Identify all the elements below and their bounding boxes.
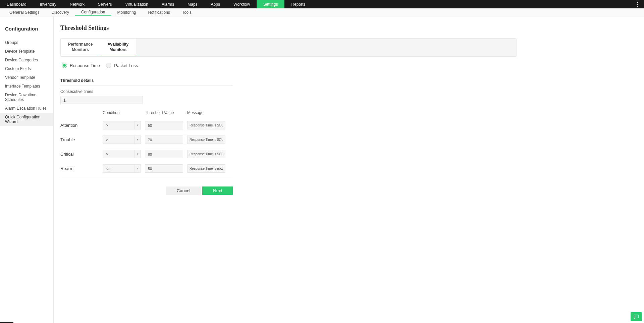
sub-nav-item-tools[interactable]: Tools (176, 8, 198, 16)
sidebar-item-alarm-escalation-rules[interactable]: Alarm Escalation Rules (0, 104, 53, 113)
top-nav-item-maps[interactable]: Maps (181, 0, 204, 8)
radio-packet-loss[interactable]: Packet Loss (106, 63, 138, 68)
condition-select[interactable]: >▼ (103, 121, 141, 129)
threshold-value-input[interactable] (145, 136, 183, 144)
tab-performance-monitors[interactable]: PerformanceMonitors (61, 39, 100, 56)
svg-rect-0 (634, 315, 639, 318)
radio-circle-icon (62, 63, 67, 68)
header-condition: Condition (103, 110, 145, 115)
top-nav-item-apps[interactable]: Apps (204, 0, 227, 8)
condition-value: <= (103, 166, 135, 171)
message-input[interactable] (187, 136, 225, 144)
condition-value: > (103, 123, 135, 128)
sub-nav-item-discovery[interactable]: Discovery (45, 8, 75, 16)
sidebar-item-quick-configuration-wizard[interactable]: Quick Configuration Wizard (0, 113, 53, 126)
chat-icon (633, 314, 639, 320)
top-nav-item-virtualization[interactable]: Virtualization (118, 0, 155, 8)
section-title: Threshold details (60, 78, 233, 86)
page-title: Threshold Settings (60, 24, 517, 32)
header-message: Message (187, 110, 233, 115)
threshold-row-rearm: Rearm<=▼ (60, 164, 233, 173)
sidebar-item-device-categories[interactable]: Device Categories (0, 56, 53, 64)
chevron-down-icon: ▼ (135, 165, 141, 172)
message-input[interactable] (187, 121, 225, 129)
threshold-row-attention: Attention>▼ (60, 121, 233, 129)
threshold-row-trouble: Trouble>▼ (60, 136, 233, 144)
sub-nav: General SettingsDiscoveryConfigurationMo… (0, 8, 644, 16)
sub-nav-item-monitoring[interactable]: Monitoring (111, 8, 142, 16)
condition-select[interactable]: >▼ (103, 136, 141, 144)
threshold-row-label: Rearm (60, 166, 103, 171)
tab-availability-monitors[interactable]: AvailabilityMonitors (100, 39, 136, 56)
chevron-down-icon: ▼ (135, 136, 141, 144)
tab-container: PerformanceMonitorsAvailabilityMonitors (60, 38, 517, 57)
condition-select[interactable]: >▼ (103, 150, 141, 158)
consecutive-times-input[interactable] (60, 96, 143, 104)
sub-nav-item-configuration[interactable]: Configuration (75, 8, 111, 16)
threshold-row-label: Attention (60, 123, 103, 128)
threshold-value-input[interactable] (145, 164, 183, 173)
top-nav-item-servers[interactable]: Servers (91, 0, 118, 8)
threshold-value-input[interactable] (145, 121, 183, 129)
top-nav-item-workflow[interactable]: Workflow (227, 0, 257, 8)
sub-nav-item-general-settings[interactable]: General Settings (3, 8, 45, 16)
sub-nav-item-notifications[interactable]: Notifications (142, 8, 176, 16)
content: Threshold Settings PerformanceMonitorsAv… (54, 16, 523, 323)
threshold-row-label: Trouble (60, 137, 103, 142)
sidebar-item-vendor-template[interactable]: Vendor Template (0, 73, 53, 82)
threshold-table: Condition Threshold Value Message Attent… (60, 110, 233, 173)
threshold-value-input[interactable] (145, 150, 183, 158)
top-nav-item-reports[interactable]: Reports (284, 0, 312, 8)
top-nav-item-settings[interactable]: Settings (257, 0, 284, 8)
chat-widget[interactable] (631, 312, 642, 321)
threshold-row-label: Critical (60, 152, 103, 157)
top-nav-item-network[interactable]: Network (63, 0, 91, 8)
header-value: Threshold Value (145, 110, 187, 115)
condition-value: > (103, 152, 135, 157)
threshold-row-critical: Critical>▼ (60, 150, 233, 158)
sidebar-item-device-downtime-schedules[interactable]: Device Downtime Schedules (0, 91, 53, 104)
radio-label: Response Time (70, 63, 100, 68)
condition-select: <=▼ (103, 164, 141, 173)
sidebar-title: Configuration (0, 26, 53, 38)
threshold-header: Condition Threshold Value Message (60, 110, 233, 115)
top-nav-item-alarms[interactable]: Alarms (155, 0, 181, 8)
next-button[interactable]: Next (202, 186, 233, 195)
message-input[interactable] (187, 150, 225, 158)
condition-value: > (103, 138, 135, 142)
sidebar-item-device-template[interactable]: Device Template (0, 47, 53, 56)
radio-label: Packet Loss (114, 63, 138, 68)
message-input[interactable] (187, 164, 225, 173)
bottom-bar (0, 322, 13, 323)
radio-response-time[interactable]: Response Time (62, 63, 100, 68)
top-nav-item-inventory[interactable]: Inventory (33, 0, 63, 8)
sidebar: Configuration GroupsDevice TemplateDevic… (0, 16, 54, 323)
consecutive-times-label: Consecutive times (60, 89, 233, 94)
radio-circle-icon (106, 63, 111, 68)
sidebar-item-groups[interactable]: Groups (0, 38, 53, 47)
button-row: Cancel Next (60, 179, 233, 195)
top-nav: DashboardInventoryNetworkServersVirtuali… (0, 0, 644, 8)
cancel-button[interactable]: Cancel (166, 186, 201, 195)
radio-group: Response TimePacket Loss (60, 63, 517, 68)
threshold-details: Threshold details Consecutive times Cond… (60, 78, 233, 195)
more-menu-icon[interactable]: ⋮ (635, 1, 641, 7)
top-nav-item-dashboard[interactable]: Dashboard (0, 0, 33, 8)
sidebar-item-interface-templates[interactable]: Interface Templates (0, 82, 53, 91)
chevron-down-icon: ▼ (135, 150, 141, 158)
sidebar-item-custom-fields[interactable]: Custom Fields (0, 64, 53, 73)
chevron-down-icon: ▼ (135, 121, 141, 129)
